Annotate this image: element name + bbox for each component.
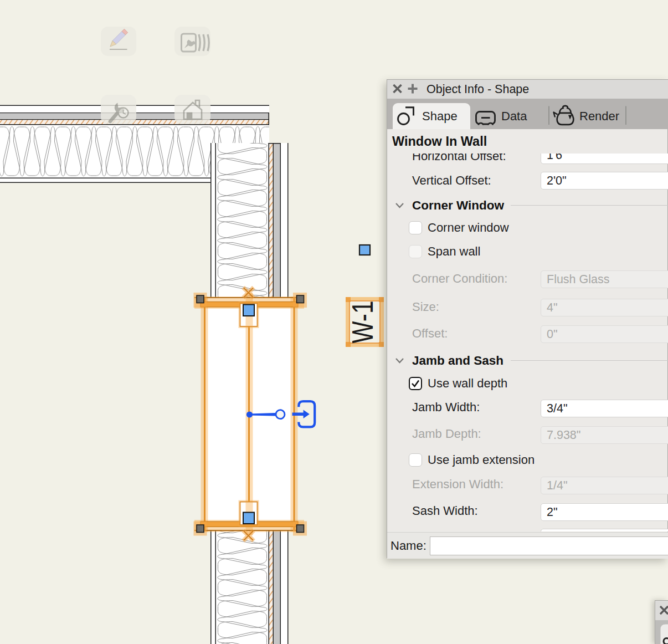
svg-text:W-1: W-1: [346, 301, 379, 344]
